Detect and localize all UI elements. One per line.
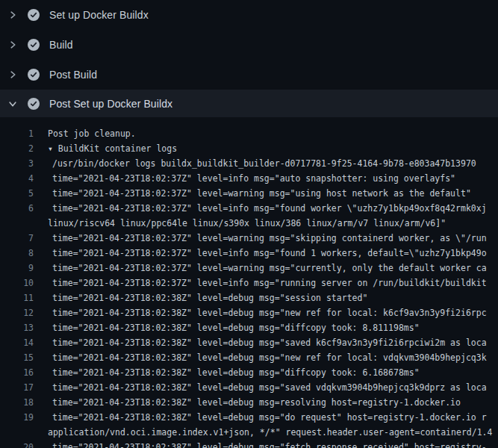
log-line-text: time="2021-04-23T18:02:37Z" level=info m… xyxy=(52,171,455,186)
log-line-text: time="2021-04-23T18:02:38Z" level=debug … xyxy=(52,410,487,425)
log-line: 3 /usr/bin/docker logs buildx_buildkit_b… xyxy=(0,156,498,171)
log-line: 19 time="2021-04-23T18:02:38Z" level=deb… xyxy=(0,410,498,425)
step-row-post-set-up-docker-buildx[interactable]: Post Set up Docker Buildx xyxy=(0,90,498,117)
log-wrapped-text: application/vnd.oci.image.index.v1+json,… xyxy=(48,425,492,440)
log-line-text: time="2021-04-23T18:02:37Z" level=info m… xyxy=(52,246,487,261)
log-line: 8 time="2021-04-23T18:02:37Z" level=info… xyxy=(0,246,498,261)
log-line-text: time="2021-04-23T18:02:38Z" level=debug … xyxy=(52,290,367,305)
log-line-text: time="2021-04-23T18:02:37Z" level=warnin… xyxy=(52,261,487,276)
log-line: 4 time="2021-04-23T18:02:37Z" level=info… xyxy=(0,171,498,186)
log-line-text: time="2021-04-23T18:02:37Z" level=info m… xyxy=(52,276,487,290)
log-line-number[interactable]: 4 xyxy=(0,171,34,186)
chevron-icon xyxy=(7,99,18,109)
log-line-number[interactable]: 6 xyxy=(0,201,34,216)
log-group-toggle[interactable]: BuildKit container logs xyxy=(58,143,177,154)
chevron-icon xyxy=(7,40,18,50)
log-line-text: time="2021-04-23T18:02:38Z" level=debug … xyxy=(52,320,420,335)
log-line-number[interactable]: 15 xyxy=(0,350,34,365)
log-line-number[interactable]: 11 xyxy=(0,290,34,305)
log-line-number[interactable]: 16 xyxy=(0,365,34,380)
step-label: Build xyxy=(49,39,73,51)
log-line-number[interactable]: 5 xyxy=(0,186,34,201)
step-row-build[interactable]: Build xyxy=(0,30,498,60)
check-circle-icon xyxy=(28,69,40,81)
log-line: 14 time="2021-04-23T18:02:38Z" level=deb… xyxy=(0,335,498,350)
chevron-icon xyxy=(7,69,18,80)
steps-list: Set up Docker Buildx Build Post Build xyxy=(0,0,498,117)
log-line-number[interactable]: 14 xyxy=(0,335,34,350)
log-line-text: time="2021-04-23T18:02:38Z" level=debug … xyxy=(52,440,487,448)
log-line-number[interactable]: 12 xyxy=(0,305,34,320)
log-line: 12 time="2021-04-23T18:02:38Z" level=deb… xyxy=(0,305,498,320)
log-line-text: time="2021-04-23T18:02:37Z" level=warnin… xyxy=(52,186,471,201)
log-line-text: time="2021-04-23T18:02:38Z" level=debug … xyxy=(52,395,461,410)
log-line-number[interactable]: 13 xyxy=(0,320,34,335)
log-line-number[interactable]: 2 xyxy=(0,141,34,156)
log-line-number[interactable]: 19 xyxy=(0,410,34,425)
log-command-text: /usr/bin/docker logs buildx_buildkit_bui… xyxy=(52,156,476,171)
log-line-text: time="2021-04-23T18:02:37Z" level=warnin… xyxy=(52,231,487,246)
log-line-text: ▾ BuildKit container logs xyxy=(48,141,177,156)
log-line: 9 time="2021-04-23T18:02:37Z" level=warn… xyxy=(0,261,498,276)
log-line-text: time="2021-04-23T18:02:38Z" level=debug … xyxy=(52,365,420,380)
log-line-number[interactable] xyxy=(0,425,34,440)
log-line: 20 time="2021-04-23T18:02:38Z" level=deb… xyxy=(0,440,498,448)
log-line: 2 ▾ BuildKit container logs xyxy=(0,141,498,156)
log-line-number[interactable]: 7 xyxy=(0,231,34,246)
log-line-number[interactable] xyxy=(0,216,34,231)
log-line-text: time="2021-04-23T18:02:38Z" level=debug … xyxy=(52,305,487,320)
step-label: Post Set up Docker Buildx xyxy=(49,98,172,110)
log-line-text: time="2021-04-23T18:02:37Z" level=info m… xyxy=(52,201,487,216)
log-line-number[interactable]: 1 xyxy=(0,126,34,141)
log-line: 15 time="2021-04-23T18:02:38Z" level=deb… xyxy=(0,350,498,365)
step-label: Post Build xyxy=(49,69,97,81)
actions-log-viewer: Set up Docker Buildx Build Post Build xyxy=(0,0,498,448)
step-label: Set up Docker Buildx xyxy=(49,9,149,21)
log-line: 17 time="2021-04-23T18:02:38Z" level=deb… xyxy=(0,380,498,395)
check-circle-icon xyxy=(28,98,40,110)
log-line-text: time="2021-04-23T18:02:38Z" level=debug … xyxy=(52,380,487,395)
step-row-post-build[interactable]: Post Build xyxy=(0,60,498,90)
log-line-text: Post job cleanup. xyxy=(48,126,136,141)
log-line-text: time="2021-04-23T18:02:38Z" level=debug … xyxy=(52,350,487,365)
log-line: 7 time="2021-04-23T18:02:37Z" level=warn… xyxy=(0,231,498,246)
log-line-text: time="2021-04-23T18:02:38Z" level=debug … xyxy=(52,335,487,350)
log-line-number[interactable]: 3 xyxy=(0,156,34,171)
log-line: 16 time="2021-04-23T18:02:38Z" level=deb… xyxy=(0,365,498,380)
log-line: 10 time="2021-04-23T18:02:37Z" level=inf… xyxy=(0,276,498,290)
chevron-icon xyxy=(7,10,18,20)
group-caret-icon: ▾ xyxy=(48,143,58,154)
log-line-number[interactable]: 9 xyxy=(0,261,34,276)
log-line: linux/riscv64 linux/ppc64le linux/s390x … xyxy=(0,216,498,231)
log-line: 13 time="2021-04-23T18:02:38Z" level=deb… xyxy=(0,320,498,335)
log-line: 11 time="2021-04-23T18:02:38Z" level=deb… xyxy=(0,290,498,305)
step-row-set-up-docker-buildx[interactable]: Set up Docker Buildx xyxy=(0,0,498,30)
log-line-number[interactable]: 8 xyxy=(0,246,34,261)
log-line: 6 time="2021-04-23T18:02:37Z" level=info… xyxy=(0,201,498,216)
log-line-number[interactable]: 10 xyxy=(0,276,34,290)
log-line-number[interactable]: 17 xyxy=(0,380,34,395)
log-line-number[interactable]: 20 xyxy=(0,440,34,448)
log-line: application/vnd.oci.image.index.v1+json,… xyxy=(0,425,498,440)
log-line: 1 Post job cleanup. xyxy=(0,126,498,141)
check-circle-icon xyxy=(28,39,40,51)
log-line: 18 time="2021-04-23T18:02:38Z" level=deb… xyxy=(0,395,498,410)
check-circle-icon xyxy=(28,9,40,21)
log-wrapped-text: linux/riscv64 linux/ppc64le linux/s390x … xyxy=(48,216,446,231)
log-line: 5 time="2021-04-23T18:02:37Z" level=warn… xyxy=(0,186,498,201)
log-panel: 1 Post job cleanup. 2 ▾ BuildKit contain… xyxy=(0,119,498,448)
log-line-number[interactable]: 18 xyxy=(0,395,34,410)
